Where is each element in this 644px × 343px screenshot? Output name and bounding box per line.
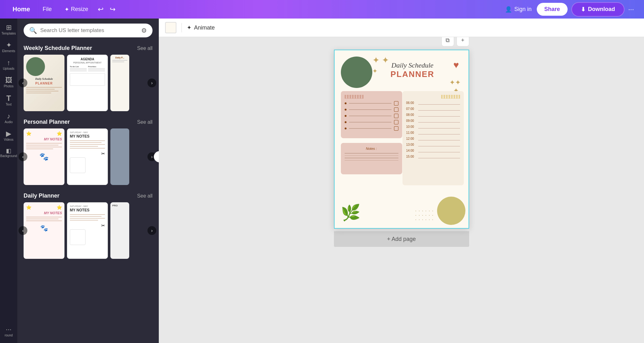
text-icon: T xyxy=(6,95,11,102)
template-card-my-notes-2[interactable]: SATURDAY - MAY MY NOTES ✂ xyxy=(67,128,108,185)
round-icon: ··· xyxy=(6,326,11,333)
schedule-time-0800: 08:00 xyxy=(406,113,416,117)
user-icon: 👤 xyxy=(505,6,512,13)
deco-green-circle xyxy=(341,57,372,88)
color-swatch[interactable] xyxy=(165,22,176,33)
redo-button[interactable]: ↪ xyxy=(107,3,119,16)
schedule-item-1500: 15:00 xyxy=(406,155,460,158)
daily-template-row: ⭐ ⭐ MY NOTES 🐾 SATURDAY - MAY MY NOT xyxy=(17,202,159,259)
canvas-scroll[interactable]: ⧉ + ✦ ✦✦ ♥ ✦✦✦ Daily Schedule xyxy=(159,37,644,343)
template-card-partial-personal[interactable] xyxy=(110,128,129,185)
more-options-button[interactable]: ··· xyxy=(625,3,638,16)
personal-prev-arrow[interactable]: ‹ xyxy=(19,152,27,161)
sidebar-item-uploads[interactable]: ↑ Uploads xyxy=(1,57,17,73)
template-card-my-notes-1[interactable]: ⭐ ⭐ MY NOTES 🐾 xyxy=(24,128,64,185)
todo-item-4 xyxy=(345,120,398,124)
weekly-template-row: Daily Schedule PLANNER AGENDA PERSONAL A… xyxy=(17,55,159,111)
deco-leaf: 🌿 xyxy=(341,204,360,222)
resize-icon: ✦ xyxy=(64,6,69,13)
template-card-daily-schedule[interactable]: Daily Schedule PLANNER xyxy=(24,55,64,111)
sidebar-item-round[interactable]: ··· round xyxy=(1,324,17,340)
nav-home-button[interactable]: Home xyxy=(6,3,36,15)
todo-item-2 xyxy=(345,107,398,112)
animate-button[interactable]: ✦ Animate xyxy=(187,24,215,31)
canvas-actions: ⧉ + xyxy=(441,37,469,46)
sidebar-item-videos[interactable]: ▶ Videos xyxy=(1,128,17,144)
schedule-time-1400: 14:00 xyxy=(406,149,416,152)
todo-checkbox[interactable] xyxy=(394,126,398,131)
nav-resize-button[interactable]: ✦ Resize xyxy=(58,3,95,15)
sign-in-button[interactable]: 👤 Sign in xyxy=(500,3,537,15)
personal-see-all[interactable]: See all xyxy=(137,119,153,125)
daily-section-header: Daily Planner See all xyxy=(17,190,159,202)
daily-next-arrow[interactable]: › xyxy=(147,226,156,235)
icon-bar: ⊞ Templates ✦ Elements ↑ Uploads 🖼 Photo… xyxy=(0,19,17,343)
share-button[interactable]: Share xyxy=(537,3,568,16)
todo-checkbox[interactable] xyxy=(394,120,398,124)
planner-main-title: PLANNER xyxy=(375,69,450,79)
weekly-next-arrow[interactable]: › xyxy=(147,79,156,87)
todo-bullet xyxy=(345,102,347,104)
todo-line xyxy=(349,116,391,116)
schedule-section: 06:00 07:00 08:00 09:00 xyxy=(402,91,464,185)
todo-checkbox[interactable] xyxy=(394,107,398,112)
todo-checkbox[interactable] xyxy=(394,101,398,106)
template-card-daily-1[interactable]: ⭐ ⭐ MY NOTES 🐾 xyxy=(24,202,64,259)
template-card-agenda[interactable]: AGENDA PERSONAL APPOINTMENT To-do List P… xyxy=(67,55,108,111)
search-icon: 🔍 xyxy=(29,27,37,34)
todo-bullet xyxy=(345,121,347,123)
daily-cards: ⭐ ⭐ MY NOTES 🐾 SATURDAY - MAY MY NOT xyxy=(17,202,159,259)
photos-icon: 🖼 xyxy=(5,77,12,84)
personal-section-title: Personal Planner xyxy=(24,119,70,125)
main-content: ⊞ Templates ✦ Elements ↑ Uploads 🖼 Photo… xyxy=(0,19,644,343)
schedule-item-1300: 13:00 xyxy=(406,143,460,146)
sidebar-item-elements[interactable]: ✦ Elements xyxy=(1,39,17,56)
sidebar-item-photos[interactable]: 🖼 Photos xyxy=(1,74,17,91)
deco-heart: ♥ xyxy=(453,60,459,70)
sidebar-item-audio[interactable]: ♪ Audio xyxy=(1,110,17,127)
audio-icon: ♪ xyxy=(7,113,10,120)
notes-line-1 xyxy=(345,153,398,154)
todo-checkbox[interactable] xyxy=(394,114,398,118)
nav-file-button[interactable]: File xyxy=(36,3,58,15)
todo-line xyxy=(349,103,391,104)
daily-prev-arrow[interactable]: ‹ xyxy=(19,226,27,235)
undo-button[interactable]: ↩ xyxy=(95,3,107,16)
schedule-line xyxy=(418,146,460,147)
sidebar-item-text[interactable]: T Text xyxy=(1,92,17,109)
template-card-partial-3[interactable]: Daily P... xyxy=(110,55,129,111)
schedule-item-1200: 12:00 xyxy=(406,137,460,140)
template-panel: 🔍 ⚙ Weekly Schedule Planner See all Dail… xyxy=(17,19,159,343)
todo-item-1 xyxy=(345,101,398,106)
notes-label: Notes : xyxy=(345,147,398,150)
schedule-time-1000: 10:00 xyxy=(406,125,416,128)
search-input[interactable] xyxy=(40,27,138,34)
todo-bullet xyxy=(345,128,347,129)
schedule-line xyxy=(418,110,460,111)
daily-see-all[interactable]: See all xyxy=(137,193,153,199)
weekly-section-header: Weekly Schedule Planner See all xyxy=(17,42,159,55)
personal-cards: ⭐ ⭐ MY NOTES 🐾 SATURDAY - MAY xyxy=(17,128,159,185)
add-page-inline-button[interactable]: + xyxy=(457,37,469,46)
todo-line xyxy=(349,109,391,110)
add-page-button[interactable]: + Add page xyxy=(334,231,469,247)
weekly-section-title: Weekly Schedule Planner xyxy=(24,45,92,52)
schedule-item-0700: 07:00 xyxy=(406,107,460,111)
schedule-item-0800: 08:00 xyxy=(406,113,460,117)
canvas-container: ⧉ + ✦ ✦✦ ♥ ✦✦✦ Daily Schedule xyxy=(334,50,469,247)
toolbar-divider-1 xyxy=(181,23,182,32)
template-card-daily-partial[interactable]: PRO xyxy=(110,202,129,259)
duplicate-page-button[interactable]: ⧉ xyxy=(441,37,454,46)
schedule-time-1300: 13:00 xyxy=(406,143,416,146)
sidebar-item-background[interactable]: ◧ Background xyxy=(1,145,17,161)
download-icon: ⬇ xyxy=(581,6,586,13)
planner-document[interactable]: ✦ ✦✦ ♥ ✦✦✦ Daily Schedule PLANNER xyxy=(334,50,469,229)
download-button[interactable]: ⬇ Download xyxy=(571,2,625,17)
template-card-daily-2[interactable]: SATURDAY - MAY MY NOTES ✂ xyxy=(67,202,108,259)
weekly-prev-arrow[interactable]: ‹ xyxy=(19,79,27,87)
sidebar-item-templates[interactable]: ⊞ Templates xyxy=(1,22,17,38)
schedule-line xyxy=(418,104,460,105)
schedule-grid-decoration xyxy=(441,95,460,99)
weekly-see-all[interactable]: See all xyxy=(137,46,153,51)
filter-icon[interactable]: ⚙ xyxy=(141,27,147,34)
